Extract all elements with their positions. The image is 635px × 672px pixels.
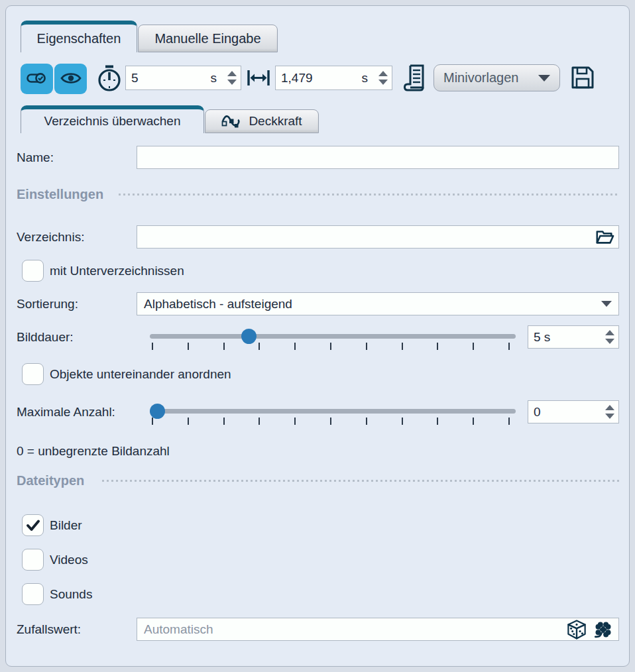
toggle-check-button[interactable] (21, 64, 53, 94)
spin-down-icon[interactable] (378, 80, 388, 85)
dice-icon[interactable] (566, 619, 587, 640)
duration-spinbox[interactable]: 5 s (125, 66, 241, 90)
spin-up-icon[interactable] (227, 71, 237, 76)
sorting-label: Sortierung: (17, 296, 78, 312)
max-count-value: 0 (534, 405, 601, 420)
random-field-icons (566, 620, 613, 640)
max-count-slider-handle[interactable] (150, 404, 165, 419)
eye-icon (60, 70, 82, 88)
stopwatch-icon (96, 64, 123, 92)
script-icon[interactable] (400, 62, 428, 93)
templates-dropdown-value: Minivorlagen (443, 70, 518, 85)
image-duration-label: Bilddauer: (17, 329, 74, 345)
interval-spinbox[interactable]: 1,479 s (275, 66, 392, 90)
random-label: Zufallswert: (17, 622, 81, 638)
filetypes-section-divider (102, 480, 619, 482)
opacity-curve-icon (221, 113, 243, 129)
open-folder-icon[interactable] (595, 227, 614, 247)
spin-down-icon[interactable] (227, 80, 237, 85)
interval-spinbox-unit: s (362, 71, 369, 85)
image-duration-ticks (152, 343, 510, 350)
name-input[interactable] (137, 146, 619, 169)
interval-spinbox-value: 1,479 (281, 71, 362, 85)
sounds-label: Sounds (50, 587, 92, 602)
directory-label: Verzeichnis: (17, 229, 84, 245)
properties-panel: Eigenschaften Manuelle Eingabe (5, 5, 630, 667)
max-count-arrows[interactable] (601, 401, 618, 423)
max-count-spinbox[interactable]: 0 (528, 400, 619, 423)
tab-deckkraft-label: Deckkraft (249, 114, 302, 129)
settings-section-divider (119, 194, 619, 196)
arrange-checkbox[interactable] (22, 363, 44, 385)
duration-spinbox-unit: s (211, 71, 217, 85)
spin-up-icon[interactable] (605, 330, 614, 335)
tab-eigenschaften-label: Eigenschaften (37, 31, 121, 46)
chevron-down-icon (601, 301, 612, 307)
name-label: Name: (17, 150, 54, 166)
max-count-slider[interactable] (150, 409, 516, 414)
max-count-hint: 0 = unbegrenzte Bildanzahl (17, 443, 170, 459)
duration-spinbox-value: 5 (131, 71, 211, 85)
subdirectories-checkbox[interactable] (22, 260, 44, 282)
tab-verzeichnis-ueberwachen[interactable]: Verzeichnis überwachen (21, 105, 204, 133)
max-count-label: Maximale Anzahl: (17, 404, 115, 420)
clover-icon[interactable] (593, 619, 613, 640)
image-duration-value: 5 s (534, 330, 601, 345)
bilder-label: Bilder (50, 518, 82, 533)
spin-down-icon[interactable] (605, 339, 614, 344)
tab-eigenschaften[interactable]: Eigenschaften (21, 21, 137, 52)
random-input[interactable] (137, 618, 619, 641)
settings-section-title: Einstellungen (17, 187, 103, 202)
image-duration-slider-handle[interactable] (241, 329, 257, 344)
image-duration-slider[interactable] (150, 334, 516, 339)
image-duration-spinbox[interactable]: 5 s (528, 325, 619, 349)
arrange-label: Objekte untereinander anordnen (50, 366, 231, 382)
image-duration-arrows[interactable] (601, 326, 618, 348)
tab-verzeichnis-label: Verzeichnis überwachen (44, 114, 181, 129)
videos-checkbox[interactable] (22, 549, 44, 571)
eye-button[interactable] (54, 64, 87, 94)
toggle-check-icon (26, 70, 48, 89)
spin-up-icon[interactable] (378, 71, 388, 76)
checkmark-icon (25, 518, 41, 533)
directory-input[interactable] (137, 225, 619, 249)
width-span-icon (246, 68, 271, 88)
chevron-down-icon (538, 75, 550, 82)
duration-spinbox-arrows[interactable] (223, 66, 241, 89)
spin-up-icon[interactable] (605, 405, 614, 410)
max-count-ticks (152, 418, 510, 425)
videos-label: Videos (50, 552, 88, 568)
tab-deckkraft[interactable]: Deckkraft (205, 109, 319, 133)
save-icon[interactable] (570, 65, 595, 90)
sounds-checkbox[interactable] (22, 583, 44, 605)
subdirectories-label: mit Unterverzeichnissen (50, 263, 184, 279)
spin-down-icon[interactable] (605, 414, 614, 419)
bilder-checkbox[interactable] (22, 514, 44, 536)
templates-dropdown[interactable]: Minivorlagen (433, 64, 560, 91)
sorting-dropdown-value: Alphabetisch - aufsteigend (144, 297, 292, 311)
sorting-dropdown[interactable]: Alphabetisch - aufsteigend (137, 292, 619, 315)
tab-manuelle-eingabe-label: Manuelle Eingabe (154, 31, 260, 46)
interval-spinbox-arrows[interactable] (375, 66, 392, 89)
tab-manuelle-eingabe[interactable]: Manuelle Eingabe (138, 25, 278, 52)
filetypes-section-title: Dateitypen (17, 473, 84, 488)
